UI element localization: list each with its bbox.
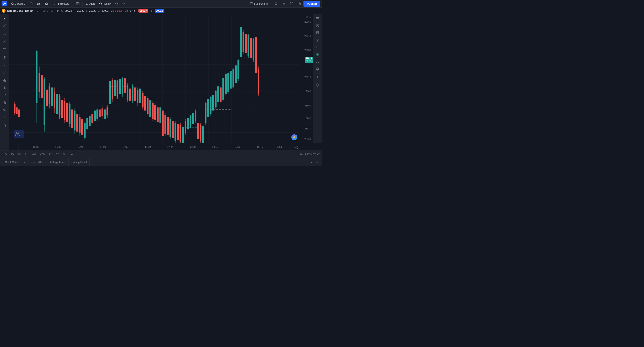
supercharts-btn[interactable]: Supercharts (248, 1, 272, 7)
layers-btn[interactable] (314, 81, 321, 88)
tf-1m-btn[interactable]: 1M (16, 152, 23, 157)
search-btn[interactable] (273, 1, 280, 7)
svg-rect-237 (238, 60, 239, 79)
bell-btn[interactable] (314, 65, 321, 72)
settings-btn[interactable] (280, 1, 287, 7)
svg-rect-183 (172, 121, 174, 138)
chain-tool-btn[interactable] (1, 113, 8, 120)
currency-label[interactable]: USD (299, 14, 313, 20)
indicator-tool-btn[interactable] (1, 31, 8, 38)
symbol-exchange: BITSTAMP (42, 9, 55, 12)
replay-btn[interactable]: Replay (97, 1, 112, 7)
svg-point-40 (4, 109, 5, 110)
regression-tool-btn[interactable] (1, 38, 8, 45)
publish-button[interactable]: Publish (304, 1, 320, 7)
anchor-tool-btn[interactable] (1, 84, 8, 91)
tf-1d-btn[interactable]: 1D (2, 152, 8, 157)
strategy-tester-btn[interactable]: Strategy Tester (46, 158, 68, 166)
high-value: 29023 (77, 9, 84, 12)
svg-rect-257 (316, 18, 319, 18)
measure-tool-btn[interactable] (1, 45, 8, 52)
svg-rect-200 (192, 113, 194, 124)
timeframe-btn[interactable]: 1m (35, 1, 42, 7)
lock-tool-btn[interactable] (1, 99, 8, 106)
price-label-29050: 29050 (304, 20, 313, 23)
svg-rect-185 (175, 123, 176, 141)
tf-3m-btn[interactable]: 3M (23, 152, 30, 157)
redo-btn[interactable] (120, 1, 127, 7)
lightning-btn[interactable]: ⚡ (291, 134, 297, 140)
cursor-tool-btn[interactable] (1, 15, 8, 22)
text-tool-btn[interactable]: T (1, 54, 8, 61)
svg-rect-210 (205, 103, 206, 123)
time-16-15: 16:15 (33, 146, 39, 148)
trading-panel-btn[interactable]: Trading Panel (68, 158, 90, 166)
svg-rect-132 (109, 81, 111, 104)
svg-line-18 (277, 4, 278, 5)
svg-rect-110 (81, 119, 83, 135)
tf-5y-btn[interactable]: 5Y (54, 152, 60, 157)
signal-btn[interactable] (314, 51, 321, 58)
svg-rect-98 (66, 103, 68, 122)
expand-panel-btn[interactable] (315, 160, 320, 164)
watchlist-btn[interactable] (314, 15, 321, 22)
tf-1y-btn[interactable]: 1Y (47, 152, 54, 157)
note-btn[interactable] (314, 29, 321, 36)
chart-area[interactable]: ⚡ (9, 14, 299, 143)
timeframe-toolbar: 1D 5D 1M 3M 6M YTD 1Y 5Y All 19:17:37 (U… (0, 150, 322, 158)
collapse-panel-btn[interactable] (309, 160, 314, 164)
undo-btn[interactable] (113, 1, 120, 7)
svg-rect-173 (160, 107, 161, 123)
clock-btn[interactable] (314, 22, 321, 29)
chat-btn[interactable] (314, 44, 321, 51)
flag-tool-btn[interactable] (1, 92, 8, 99)
svg-rect-266 (316, 46, 319, 48)
svg-rect-189 (180, 125, 181, 142)
pine-editor-btn[interactable]: Pine Editor (28, 158, 46, 166)
svg-rect-222 (220, 87, 222, 102)
add-symbol-btn[interactable] (28, 1, 34, 7)
svg-rect-74 (36, 51, 38, 103)
lt-sep4 (2, 121, 8, 121)
svg-rect-94 (61, 100, 63, 118)
svg-point-19 (284, 3, 284, 4)
tf-ytd-btn[interactable]: YTD (38, 152, 47, 157)
broadcast-btn[interactable] (314, 58, 321, 65)
tf-5d-btn[interactable]: 5D (9, 152, 15, 157)
top-toolbar: BTCUSD 1m Indicators Al (0, 0, 322, 8)
emoji-tool-btn[interactable]: ☺ (1, 61, 8, 68)
compare-btn[interactable] (69, 152, 76, 157)
stock-screener-btn[interactable]: Stock Screen... (2, 158, 28, 166)
svg-rect-258 (316, 19, 319, 19)
panel-btn[interactable] (314, 74, 321, 81)
tf-6m-btn[interactable]: 6M (31, 152, 38, 157)
svg-line-2 (13, 4, 14, 5)
svg-rect-20 (298, 3, 300, 5)
svg-rect-231 (230, 71, 232, 88)
go-to-live-btn[interactable] (296, 147, 299, 150)
eye-tool-btn[interactable] (1, 106, 8, 113)
svg-rect-175 (162, 110, 164, 136)
svg-rect-100 (69, 104, 70, 124)
indicators-btn[interactable]: Indicators (52, 1, 74, 7)
svg-line-261 (318, 25, 318, 26)
toolbar-right: Supercharts Publish (248, 1, 320, 7)
line-tool-btn[interactable] (1, 22, 8, 29)
fullscreen-btn[interactable] (288, 1, 295, 7)
alert-btn[interactable]: Alert (84, 1, 96, 7)
svg-rect-102 (71, 109, 73, 128)
time-axis[interactable]: 16:15 16:30 16:45 17:00 17:15 17:30 17:4… (19, 143, 299, 151)
zoom-tool-btn[interactable] (1, 77, 8, 84)
trash-tool-btn[interactable] (1, 122, 8, 129)
idea-btn[interactable] (314, 37, 321, 43)
screenshot-btn[interactable] (296, 1, 302, 7)
svg-rect-82 (46, 90, 48, 106)
chart-type-btn[interactable] (43, 1, 50, 7)
tradingview-logo[interactable] (2, 1, 8, 7)
tf-all-btn[interactable]: All (61, 152, 67, 157)
svg-rect-92 (59, 96, 60, 115)
layout-btn[interactable] (74, 1, 81, 7)
brush-tool-btn[interactable] (1, 68, 8, 75)
symbol-search-btn[interactable]: BTCUSD (9, 1, 27, 7)
live-dot (57, 10, 58, 12)
